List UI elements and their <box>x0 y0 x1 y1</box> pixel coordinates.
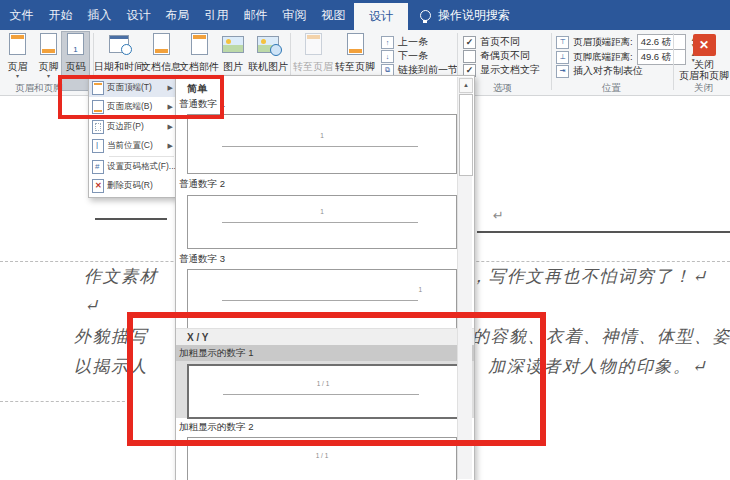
group-label-close: 关闭 <box>694 82 713 95</box>
format-page-numbers-icon <box>89 160 107 174</box>
group-divider <box>673 33 674 90</box>
close-header-footer-button[interactable]: ✕ 关闭 页眉和页脚 <box>678 34 730 81</box>
online-pictures-label: 联机图片 <box>248 60 288 74</box>
alignment-tab-icon: ⇥ <box>556 65 569 78</box>
header-distance-label: 页眉顶端距离: <box>573 36 633 49</box>
next-button[interactable]: ↓ 下一条 <box>381 49 428 63</box>
gallery-item-plain-number-1[interactable]: 1 <box>187 114 457 174</box>
group-divider <box>551 33 552 90</box>
previous-label: 上一条 <box>398 35 428 49</box>
pictures-label: 图片 <box>223 60 243 74</box>
checkbox-label: 奇偶页不同 <box>480 49 530 63</box>
date-time-label: 日期和时间 <box>94 60 144 74</box>
tell-me-search[interactable]: 操作说明搜索 <box>420 0 510 30</box>
document-info-label: 文档信息 <box>141 60 181 74</box>
tab-layout[interactable]: 布局 <box>158 0 197 30</box>
tab-home[interactable]: 开始 <box>41 0 80 30</box>
pictures-icon <box>222 31 244 57</box>
tab-design[interactable]: 设计 <box>119 0 158 30</box>
tab-mailings[interactable]: 邮件 <box>236 0 275 30</box>
submenu-arrow-icon: ▶ <box>168 142 173 150</box>
checkbox-label: 显示文档文字 <box>480 63 540 77</box>
goto-footer-label: 转至页脚 <box>335 60 375 74</box>
menu-item-label: 页边距(P) <box>107 121 144 133</box>
different-first-page-checkbox[interactable]: ✓ 首页不同 <box>463 35 520 49</box>
doc-text-line1-left: 作文素材 <box>84 265 158 288</box>
header-from-top-row: ⊤ 页眉顶端距离: 42.6 磅 ▲▼ <box>556 34 696 50</box>
page-number-icon <box>65 31 87 57</box>
menu-item-page-margins[interactable]: 页边距(P) ▶ <box>89 117 176 136</box>
menu-item-remove-page-numbers[interactable]: 删除页码(R) <box>89 176 176 195</box>
previous-icon: ↑ <box>381 36 394 49</box>
preview-rule <box>222 222 418 223</box>
menu-item-label: 当前位置(C) <box>107 140 153 152</box>
footer-distance-label: 页脚底端距离: <box>573 51 633 64</box>
word-window: { "tabs": { "items": ["文件","开始","插入","设计… <box>0 0 730 480</box>
quick-parts-icon <box>188 31 210 57</box>
checkbox-icon <box>463 50 476 63</box>
ribbon-tabs: 文件 开始 插入 设计 布局 引用 邮件 审阅 视图 帮助 <box>2 0 392 30</box>
text-boundary-dashed-bottom <box>0 401 130 402</box>
ribbon-tab-bar: 文件 开始 插入 设计 布局 引用 邮件 审阅 视图 帮助 设计 操作说明搜索 <box>0 0 730 30</box>
document-rule-left <box>95 218 167 220</box>
tab-hf-tools-design-active[interactable]: 设计 <box>354 3 408 30</box>
lightbulb-icon <box>420 10 431 21</box>
preview-page-number: 1 / 1 <box>188 452 456 459</box>
gallery-item-plain-number-2[interactable]: 1 <box>187 195 457 249</box>
document-rule-right <box>477 231 730 233</box>
next-icon: ↓ <box>381 50 394 63</box>
tab-insert[interactable]: 插入 <box>80 0 119 30</box>
remove-page-numbers-icon <box>89 179 107 193</box>
group-label-header-footer: 页眉和页脚 <box>15 82 63 95</box>
submenu-arrow-icon: ▶ <box>168 123 173 131</box>
preview-page-number: 1 <box>188 132 456 139</box>
goto-header-icon <box>302 31 324 57</box>
insert-alignment-tab-button[interactable]: ⇥ 插入对齐制表位 <box>556 64 643 78</box>
header-button-label: 页眉 <box>8 60 28 74</box>
preview-rule <box>222 146 418 147</box>
page-number-button-label: 页码 <box>66 60 86 74</box>
gallery-item-label-plain2: 普通数字 2 <box>179 178 225 191</box>
previous-button[interactable]: ↑ 上一条 <box>381 35 428 49</box>
footer-icon <box>38 31 60 57</box>
doc-text-line1-right: ，写作文再也不怕词穷了！↵ <box>470 265 708 288</box>
tab-review[interactable]: 审阅 <box>275 0 314 30</box>
scrollbar-thumb[interactable] <box>459 94 473 176</box>
close-label-line2: 页眉和页脚 <box>678 70 730 81</box>
tell-me-label: 操作说明搜索 <box>438 7 510 24</box>
annotation-red-box-gallery <box>127 312 546 446</box>
menu-item-label: 删除页码(R) <box>107 180 153 192</box>
group-label-options: 选项 <box>493 82 512 95</box>
preview-rule <box>222 300 418 301</box>
tab-file[interactable]: 文件 <box>2 0 41 30</box>
online-pictures-icon <box>257 31 279 57</box>
close-icon: ✕ <box>693 34 716 56</box>
group-label-position: 位置 <box>602 82 621 95</box>
alignment-tab-label: 插入对齐制表位 <box>573 64 643 78</box>
chevron-down-icon: ▾ <box>47 74 50 79</box>
footer-distance-icon: ⊥ <box>556 51 569 64</box>
preview-page-number: 1 <box>188 208 456 215</box>
current-position-icon <box>89 139 107 153</box>
date-time-icon <box>108 31 130 57</box>
tab-view[interactable]: 视图 <box>314 0 353 30</box>
quick-parts-label: 文档部件 <box>179 60 219 74</box>
checkbox-label: 首页不同 <box>480 35 520 49</box>
different-odd-even-checkbox[interactable]: 奇偶页不同 <box>463 49 530 63</box>
scroll-up-icon[interactable]: ▲ <box>459 78 473 93</box>
goto-footer-icon <box>344 31 366 57</box>
footer-from-bottom-row: ⊥ 页脚底端距离: 49.6 磅 ▲▼ <box>556 49 696 65</box>
header-distance-icon: ⊤ <box>556 36 569 49</box>
annotation-red-box-menu <box>58 75 224 119</box>
tab-references[interactable]: 引用 <box>197 0 236 30</box>
goto-header-label: 转至页眉 <box>293 60 333 74</box>
close-label-line1: 关闭 <box>678 59 730 70</box>
menu-item-format-page-numbers[interactable]: 设置页码格式(F)... <box>89 157 176 176</box>
menu-item-current-position[interactable]: 当前位置(C) ▶ <box>89 136 176 155</box>
next-label: 下一条 <box>398 49 428 63</box>
checkbox-icon: ✓ <box>463 36 476 49</box>
header-icon <box>7 31 29 57</box>
menu-item-label: 设置页码格式(F)... <box>107 161 176 173</box>
document-info-icon <box>150 31 172 57</box>
footer-button-label: 页脚 <box>39 60 59 74</box>
